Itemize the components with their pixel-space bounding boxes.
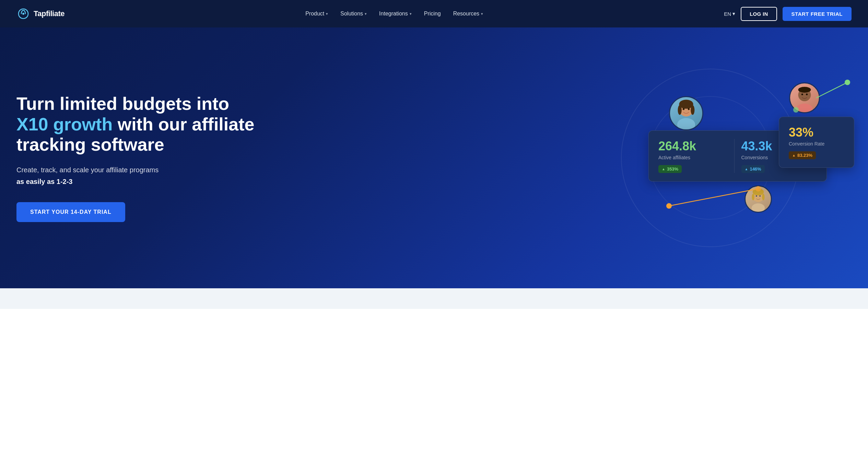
nav-item-resources[interactable]: Resources ▾ <box>453 11 483 17</box>
nav-item-pricing[interactable]: Pricing <box>424 11 441 17</box>
nav-item-solutions[interactable]: Solutions ▾ <box>340 11 367 17</box>
svg-point-25 <box>752 204 765 213</box>
hero-subtext-bold: as easily as 1-2-3 <box>16 178 257 186</box>
hero-content: Turn limited budgets into X10 growth wit… <box>16 94 257 222</box>
language-selector[interactable]: EN ▾ <box>724 11 735 17</box>
svg-point-15 <box>798 87 811 93</box>
svg-point-10 <box>691 105 694 115</box>
conversions-badge: ▲ 146% <box>741 165 765 173</box>
svg-point-13 <box>677 118 695 130</box>
login-button[interactable]: LOG IN <box>741 7 777 21</box>
navigation: Tapfiliate Product ▾ Solutions ▾ Integra… <box>0 0 868 27</box>
bottom-section <box>0 288 868 309</box>
svg-point-23 <box>756 195 757 197</box>
nav-links: Product ▾ Solutions ▾ Integrations ▾ Pri… <box>305 11 483 17</box>
conversion-rate-badge: ▲ 83.23% <box>789 151 816 159</box>
start-trial-button-nav[interactable]: START FREE TRIAL <box>783 7 852 21</box>
svg-point-0 <box>22 13 24 15</box>
svg-point-18 <box>796 104 812 113</box>
hero-headline: Turn limited budgets into X10 growth wit… <box>16 94 257 155</box>
hero-visualization: 264.8k Active affiliates ▲ 353% 43.3k Co… <box>628 76 861 240</box>
svg-line-1 <box>817 82 847 98</box>
chevron-down-icon: ▾ <box>410 12 412 16</box>
avatar-woman <box>669 96 703 130</box>
start-trial-button-hero[interactable]: START YOUR 14-DAY TRIAL <box>16 202 125 222</box>
nav-item-integrations[interactable]: Integrations ▾ <box>379 11 412 17</box>
avatar-woman2 <box>744 185 772 213</box>
svg-point-12 <box>688 108 690 110</box>
chevron-down-icon: ▾ <box>326 12 328 16</box>
chevron-down-icon: ▾ <box>481 12 483 16</box>
svg-point-11 <box>683 108 685 110</box>
conversion-rate-label: Conversion Rate <box>789 141 844 147</box>
nav-item-product[interactable]: Product ▾ <box>305 11 328 17</box>
logo[interactable]: Tapfiliate <box>16 7 64 21</box>
nav-actions: EN ▾ LOG IN START FREE TRIAL <box>724 7 852 21</box>
conversion-rate-value: 33% <box>789 125 844 140</box>
stats-card-right: 33% Conversion Rate ▲ 83.23% <box>779 117 854 168</box>
chevron-down-icon: ▾ <box>732 11 735 17</box>
svg-point-22 <box>762 194 764 200</box>
chevron-down-icon: ▾ <box>365 12 367 16</box>
svg-point-17 <box>806 93 808 95</box>
logo-text: Tapfiliate <box>34 9 64 18</box>
svg-point-16 <box>801 93 803 95</box>
svg-point-20 <box>753 188 764 196</box>
svg-point-21 <box>752 194 754 200</box>
svg-point-9 <box>678 105 682 115</box>
svg-point-5 <box>666 203 672 209</box>
active-affiliates-value: 264.8k <box>658 139 727 153</box>
stat-active-affiliates: 264.8k Active affiliates ▲ 353% <box>658 139 735 173</box>
svg-point-24 <box>759 195 761 197</box>
active-affiliates-label: Active affiliates <box>658 155 727 160</box>
hero-section: Turn limited budgets into X10 growth wit… <box>0 27 868 288</box>
svg-point-2 <box>845 80 850 85</box>
avatar-man <box>789 82 820 113</box>
hero-subtext: Create, track, and scale your affiliate … <box>16 165 257 175</box>
active-affiliates-badge: ▲ 353% <box>658 165 682 173</box>
